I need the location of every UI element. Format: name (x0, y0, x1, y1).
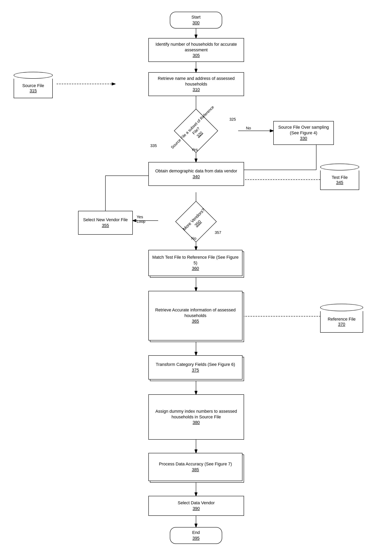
assign-dummy-shape: Assign dummy index numbers to assessed h… (148, 394, 244, 440)
start-ref: 300 (192, 20, 200, 26)
no-label-2: No (191, 236, 196, 241)
reference-file-cylinder: Reference File 370 (320, 301, 363, 336)
process-data-shape: Process Data Accuracy (See Figure 7) 385 (148, 453, 244, 483)
no-label-1: No (246, 126, 251, 131)
obtain-demo-ref: 340 (155, 174, 237, 180)
identify-ref: 305 (149, 53, 244, 58)
retrieve-accurate-ref: 365 (151, 318, 240, 324)
start-label: Start (192, 15, 200, 20)
assign-dummy-ref: 380 (149, 420, 244, 425)
label-335: 335 (150, 144, 157, 148)
start-shape: Start 300 (170, 12, 222, 29)
process-data-ref: 385 (159, 467, 232, 473)
reference-file-label: Reference File (328, 317, 355, 322)
match-test-label: Match Test File to Reference File (See F… (151, 255, 240, 266)
obtain-demo-shape: Obtain demographic data from data vendor… (148, 162, 244, 186)
source-file-cylinder: Source File 315 (14, 68, 53, 101)
flowchart: Start 300 Identify number of households … (0, 0, 392, 556)
select-data-vendor-shape: Select Data Vendor 390 (148, 496, 244, 516)
retrieve-name-ref: 310 (149, 87, 244, 93)
test-file-label: Test File (332, 175, 348, 180)
yes-label-1: Yes (191, 147, 198, 152)
oversampling-shape: Source File Over sampling (See Figure 4)… (273, 121, 334, 145)
match-test-ref: 360 (151, 266, 240, 271)
label-357: 357 (215, 230, 221, 235)
select-vendor-ref: 355 (83, 223, 128, 228)
test-file-cylinder: Test File 345 (320, 160, 359, 193)
process-data-label: Process Data Accuracy (See Figure 7) (159, 461, 232, 467)
end-shape: End 395 (170, 527, 222, 544)
select-data-vendor-label: Select Data Vendor (178, 500, 215, 506)
source-file-ref: 315 (30, 88, 37, 93)
select-data-vendor-ref: 390 (178, 506, 215, 511)
transform-label: Transform Category Fields (See Figure 6) (156, 362, 235, 367)
source-file-label: Source File (22, 83, 44, 88)
identify-shape: Identify number of households for accura… (148, 38, 244, 62)
transform-ref: 375 (156, 367, 235, 373)
retrieve-name-shape: Retrieve name and address of assessed ho… (148, 72, 244, 96)
assign-dummy-label: Assign dummy index numbers to assessed h… (149, 409, 244, 420)
reference-file-ref: 370 (338, 322, 345, 327)
identify-label: Identify number of households for accura… (149, 42, 244, 53)
test-file-ref: 345 (336, 180, 343, 185)
end-label: End (192, 530, 200, 535)
retrieve-accurate-label: Retrieve Accurate information of assesse… (151, 307, 240, 318)
transform-shape: Transform Category Fields (See Figure 6)… (148, 355, 244, 381)
retrieve-accurate-shape: Retrieve Accurate information of assesse… (148, 291, 244, 342)
label-325: 325 (229, 117, 236, 122)
oversampling-label: Source File Over sampling (See Figure 4) (274, 124, 333, 136)
obtain-demo-label: Obtain demographic data from data vendor (155, 168, 237, 174)
yes-loop-label: Yes Loop (137, 215, 146, 224)
end-ref: 395 (192, 535, 200, 541)
subset-diamond: Source File a subset of Reference File? … (165, 115, 227, 147)
select-vendor-shape: Select New Vendor File 355 (78, 211, 133, 235)
retrieve-name-label: Retrieve name and address of assessed ho… (149, 76, 244, 87)
match-test-shape: Match Test File to Reference File (See F… (148, 250, 244, 278)
select-vendor-label: Select New Vendor File (83, 217, 128, 223)
oversampling-ref: 330 (274, 136, 333, 141)
